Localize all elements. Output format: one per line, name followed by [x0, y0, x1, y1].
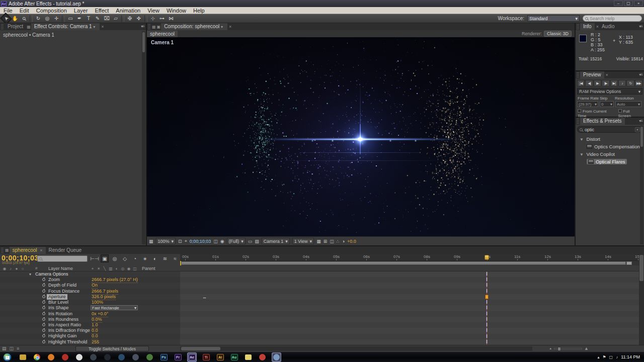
lock-column-icon[interactable]: ○ [20, 266, 26, 271]
unified-camera-tool-icon[interactable]: ◎ [43, 15, 52, 23]
property-row-zoom[interactable]: Zoom2666.7 pixels (27.0° H) [0, 277, 180, 283]
snap-icon-icon[interactable]: ⊹ [148, 15, 157, 23]
property-value[interactable]: 0x +0.0° [92, 311, 108, 317]
start-button[interactable] [3, 353, 12, 361]
composition-viewport[interactable]: Camera 1 [147, 37, 575, 236]
tray-flag-icon[interactable]: ⚑ [602, 355, 606, 359]
brush-tool-icon[interactable]: ✎ [93, 15, 102, 23]
effect-optics-compensation[interactable]: Optics Compensation [576, 143, 644, 150]
timeline-search[interactable] [37, 255, 88, 262]
draft-3d-icon[interactable]: ◇ [121, 254, 129, 262]
live-update-icon[interactable]: ◎ [111, 254, 119, 262]
taskbar-firefox[interactable] [47, 353, 55, 361]
shy-icon[interactable]: ◔ [131, 254, 139, 262]
channels-icon[interactable]: ◉ [220, 239, 224, 244]
help-search[interactable] [583, 15, 642, 22]
zoom-tool-icon[interactable]: ⚲ [18, 12, 30, 24]
taskbar-steam[interactable] [131, 353, 140, 361]
panel-grip[interactable] [577, 72, 579, 77]
property-row-highlight-threshold[interactable]: Highlight Threshold255 [0, 339, 180, 345]
renderer-button[interactable]: Classic 3D [544, 31, 572, 37]
taskbar-clock[interactable]: 11:14 PM [621, 354, 642, 359]
stopwatch-icon[interactable] [42, 334, 45, 337]
fast-preview-icon[interactable]: ⊞ [324, 239, 328, 244]
exposure-icon[interactable]: ◑ [342, 239, 344, 244]
stopwatch-icon[interactable] [42, 318, 45, 321]
stopwatch-icon[interactable] [42, 295, 45, 298]
stopwatch-icon[interactable] [42, 323, 45, 326]
menu-composition[interactable]: Composition [33, 8, 70, 14]
clear-search-icon[interactable]: × [635, 127, 640, 132]
effects-search-input[interactable] [585, 127, 628, 132]
tab-info[interactable]: Info [580, 23, 595, 30]
stopwatch-icon[interactable] [42, 290, 45, 293]
taskbar-explorer[interactable] [19, 353, 27, 361]
taskbar-game-app[interactable] [103, 353, 112, 361]
menu-animation[interactable]: Animation [112, 8, 144, 14]
shy-switch-icon[interactable]: ☀ [96, 266, 102, 271]
roto-brush-tool-icon[interactable]: ✠ [125, 15, 134, 23]
panel-menu-icon[interactable]: ▾≡ [639, 24, 642, 29]
menu-view[interactable]: View [144, 8, 163, 14]
frame-blend-switch-icon[interactable]: ◎ [120, 266, 126, 271]
mask-visibility-icon[interactable]: ⌖ [185, 238, 187, 244]
taskbar-dove[interactable] [75, 353, 84, 361]
viewer-tab-spherecool[interactable]: spherecool [147, 31, 178, 37]
timeline-vertical-scrollbar[interactable] [639, 254, 644, 345]
view-layout-dropdown[interactable]: 1 View▾ [292, 238, 314, 244]
property-value[interactable]: 0.0 [92, 328, 98, 334]
audio-column-icon[interactable]: ♪ [8, 266, 14, 271]
magnification-dropdown[interactable]: 100%▾ [156, 238, 176, 244]
toggle-switches-modes-button[interactable]: Toggle Switches / Modes [75, 346, 149, 351]
type-tool-icon[interactable]: T [84, 15, 93, 23]
tray-volume-icon[interactable]: ♪ [616, 355, 618, 359]
menu-help[interactable]: Help [190, 8, 208, 14]
stopwatch-icon[interactable] [42, 306, 45, 309]
panel-grip[interactable] [577, 24, 579, 29]
pixel-aspect-icon[interactable]: ▦ [316, 239, 321, 244]
effects-group-video-copilot[interactable]: ▼ Video Copilot [576, 150, 644, 158]
shape-tool-icon[interactable]: ▭ [66, 15, 75, 23]
stopwatch-icon[interactable] [42, 312, 45, 315]
tray-network-icon[interactable]: ▢ [609, 355, 613, 359]
menu-file[interactable]: File [0, 8, 16, 14]
grid-options-icon-icon[interactable]: ⊶ [157, 15, 167, 23]
panel-menu-icon[interactable]: ▾≡ [141, 24, 144, 29]
transparency-grid-icon[interactable]: ▨ [255, 239, 259, 244]
property-row-depth-of-field[interactable]: Depth of FieldOn [0, 283, 180, 288]
panel-menu-icon[interactable]: ▾≡ [639, 119, 642, 123]
mask-options-icon-icon[interactable]: ⋈ [167, 15, 176, 23]
quality-switch-icon[interactable]: ▥ [108, 266, 114, 271]
taskbar-bittorrent[interactable] [117, 353, 126, 361]
taskbar-premiere[interactable]: Pr [174, 353, 182, 361]
from-current-time-checkbox[interactable]: From Current Time [578, 109, 614, 118]
taskbar-capture[interactable] [272, 353, 281, 361]
effect-optical-flares[interactable]: Optical Flares [576, 158, 644, 165]
panel-grip[interactable] [1, 24, 4, 29]
composition-canvas[interactable] [147, 37, 575, 236]
motion-blur-switch-icon[interactable]: ◉ [126, 266, 132, 271]
current-time-indicator[interactable] [485, 255, 489, 260]
taskbar-green-app[interactable] [145, 353, 154, 361]
stopwatch-icon[interactable] [42, 340, 45, 343]
property-row-iris-roundness[interactable]: Iris Roundness0.0% [0, 317, 180, 322]
pen-tool-icon[interactable]: ✒ [75, 15, 84, 23]
stopwatch-icon[interactable] [42, 329, 45, 332]
work-area-bar[interactable] [180, 261, 639, 265]
expand-layers-icon[interactable]: ▤ [2, 346, 7, 351]
zoom-slider-thumb[interactable] [557, 347, 561, 351]
timeline-tab-render-queue[interactable]: Render Queue [46, 247, 85, 254]
menu-layer[interactable]: Layer [70, 8, 92, 14]
flowchart-icon[interactable]: ∴ [337, 239, 340, 244]
property-value[interactable]: 326.0 pixels [92, 294, 116, 300]
audio-toggle-button[interactable]: ♪ [618, 80, 626, 86]
scrollbar[interactable] [640, 126, 643, 244]
close-icon[interactable]: × [606, 72, 608, 77]
property-value[interactable]: 0.0% [92, 317, 102, 323]
property-value[interactable]: On [92, 283, 98, 289]
minimize-button[interactable]: – [614, 1, 623, 6]
taskbar-after-effects[interactable]: Ae [188, 353, 196, 361]
panel-menu-icon[interactable]: ▾≡ [639, 72, 642, 77]
property-row-highlight-gain[interactable]: Highlight Gain0.0 [0, 333, 180, 339]
next-frame-button[interactable]: |▶ [602, 80, 609, 86]
